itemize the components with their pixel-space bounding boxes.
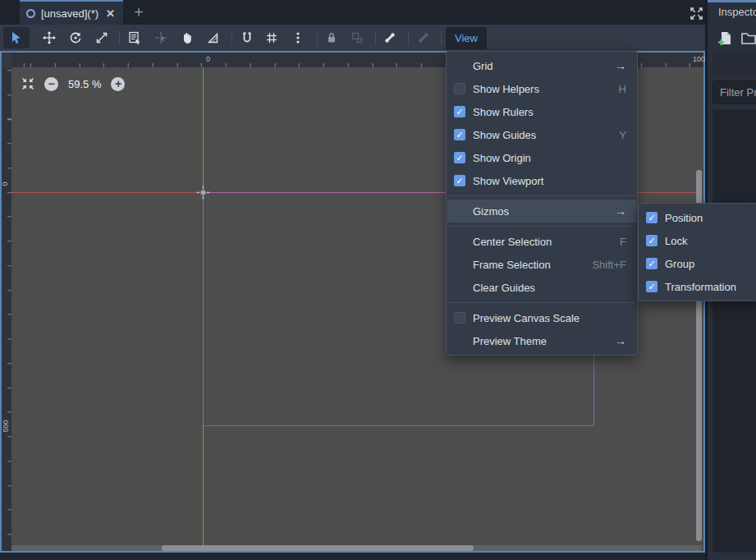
bottom-panel-strip — [0, 553, 706, 560]
checkbox-checked: ✓ — [646, 258, 657, 269]
lock-selection-button[interactable] — [318, 27, 345, 48]
close-tab-icon[interactable]: ✕ — [106, 7, 115, 20]
menu-item-preview-theme[interactable]: Preview Theme → — [447, 329, 636, 352]
origin-anchor-marker[interactable] — [196, 186, 210, 200]
menu-item-center-selection[interactable]: Center Selection F — [447, 230, 636, 253]
new-resource-button[interactable] — [718, 31, 732, 46]
submenu-arrow-icon: → — [615, 334, 626, 347]
magnet-icon — [241, 31, 254, 44]
menu-separator — [449, 226, 635, 227]
toolbar-separator — [119, 30, 120, 45]
rotate-tool-button[interactable] — [62, 27, 89, 48]
expand-arrows-icon — [690, 7, 703, 21]
skeleton-options-button[interactable] — [410, 27, 437, 48]
zoom-out-button[interactable]: − — [44, 77, 58, 91]
scene-tab-unsaved[interactable]: [unsaved](*) ✕ — [20, 0, 123, 25]
inspector-tab[interactable]: Inspector — [718, 6, 756, 18]
add-scene-tab-button[interactable]: + — [130, 2, 148, 23]
snap-options-button[interactable] — [285, 27, 311, 48]
checkbox-checked: ✓ — [454, 129, 465, 140]
menu-item-show-origin[interactable]: ✓ Show Origin — [447, 146, 636, 169]
bone-icon — [383, 31, 396, 44]
canvas-toolbar: View — [0, 25, 706, 51]
load-resource-button[interactable] — [741, 32, 756, 44]
menu-item-clear-guides[interactable]: Clear Guides — [447, 276, 636, 299]
vertical-dots-icon — [291, 31, 305, 44]
menu-item-lock[interactable]: ✓ Lock — [639, 229, 756, 252]
filter-properties-input[interactable] — [712, 80, 756, 104]
checkbox-checked: ✓ — [646, 235, 657, 246]
ruler-label: 500 — [2, 420, 10, 432]
smart-snap-button[interactable] — [234, 27, 260, 48]
menu-item-gizmos[interactable]: Gizmos → — [447, 200, 636, 223]
checkbox-checked: ✓ — [454, 175, 465, 186]
checkbox-unchecked — [454, 312, 465, 324]
toolbar-separator — [408, 30, 409, 45]
gizmos-submenu-popup: ✓ Position ✓ Lock ✓ Group ✓ Transformati… — [638, 203, 756, 301]
zoom-level-label[interactable]: 59.5 % — [68, 78, 101, 90]
checkbox-checked: ✓ — [646, 212, 657, 223]
submenu-arrow-icon: → — [615, 59, 626, 72]
folder-icon — [741, 32, 756, 44]
ruler-ticks — [7, 67, 11, 551]
hand-icon — [181, 31, 194, 44]
bone-button[interactable] — [377, 27, 403, 48]
submenu-arrow-icon: → — [615, 204, 626, 218]
menu-item-show-viewport[interactable]: ✓ Show Viewport — [447, 169, 636, 192]
rotate-icon — [69, 31, 82, 44]
scale-tool-button[interactable] — [89, 27, 115, 48]
skeleton-icon — [417, 31, 430, 44]
anchor-crosshair-icon — [196, 186, 210, 200]
menu-item-show-helpers[interactable]: Show Helpers H — [447, 77, 636, 100]
menu-item-frame-selection[interactable]: Frame Selection Shift+F — [447, 253, 636, 276]
triangle-ruler-icon — [206, 31, 219, 44]
toolbar-separator — [231, 30, 232, 45]
checkbox-checked: ✓ — [646, 281, 657, 292]
menu-item-position[interactable]: ✓ Position — [639, 206, 756, 229]
spacer — [454, 236, 465, 247]
crosshair-icon — [154, 31, 167, 44]
properties-area — [712, 109, 756, 553]
checkbox-checked: ✓ — [454, 152, 465, 163]
checkbox-unchecked — [454, 83, 465, 94]
spacer — [454, 60, 465, 71]
view-menu-popup: Grid → Show Helpers H ✓ Show Rulers ✓ Sh… — [446, 51, 638, 356]
ungroup-icon — [351, 31, 364, 44]
pan-tool-button[interactable] — [174, 27, 200, 48]
toolbar-separator — [441, 30, 442, 45]
ruler-label: 0 — [206, 55, 210, 63]
center-view-icon[interactable] — [21, 77, 34, 90]
ruler-label: 0 — [1, 181, 9, 186]
move-tool-button[interactable] — [36, 27, 62, 48]
zoom-controls: − 59.5 % + — [21, 72, 125, 95]
scene-icon — [26, 9, 35, 18]
cursor-arrow-icon — [10, 31, 23, 44]
ungroup-button[interactable] — [344, 27, 370, 48]
scale-icon — [95, 31, 108, 44]
ruler-corner — [2, 53, 11, 67]
history-box[interactable] — [712, 54, 756, 77]
menu-item-preview-canvas-scale[interactable]: Preview Canvas Scale — [447, 306, 636, 329]
ruler-tool-button[interactable] — [199, 27, 226, 48]
zoom-in-button[interactable]: + — [111, 77, 125, 91]
toolbar-separator — [375, 30, 376, 45]
ruler-left: 0 500 — [2, 67, 11, 551]
select-tool-button[interactable] — [3, 27, 30, 48]
grid-snap-button[interactable] — [259, 27, 285, 48]
horizontal-scrollbar-thumb[interactable] — [162, 545, 474, 551]
view-menu-button[interactable]: View — [446, 27, 487, 49]
move-icon — [43, 31, 56, 44]
menu-item-group[interactable]: ✓ Group — [639, 252, 756, 275]
new-resource-icon — [718, 31, 732, 46]
spacer — [454, 335, 465, 347]
scene-tab-title: [unsaved](*) — [41, 7, 99, 20]
menu-item-show-rulers[interactable]: ✓ Show Rulers — [447, 100, 636, 123]
menu-item-show-guides[interactable]: ✓ Show Guides Y — [447, 123, 636, 146]
distraction-free-button[interactable] — [687, 4, 705, 22]
menu-item-grid[interactable]: Grid → — [447, 54, 636, 77]
menu-item-transformation[interactable]: ✓ Transformation — [639, 275, 756, 298]
list-select-icon — [128, 31, 141, 44]
list-select-button[interactable] — [121, 27, 148, 48]
position-snap-button[interactable] — [148, 27, 174, 48]
dock-focus-border — [708, 0, 756, 2]
